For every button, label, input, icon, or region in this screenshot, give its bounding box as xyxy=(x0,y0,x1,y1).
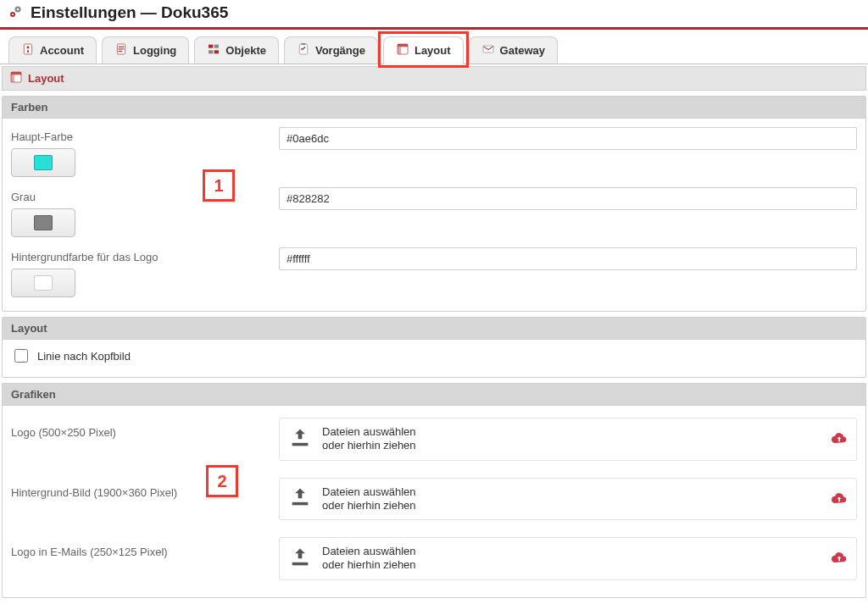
upload-icon xyxy=(288,546,312,572)
svg-rect-20 xyxy=(483,46,493,53)
svg-rect-24 xyxy=(292,443,309,446)
svg-rect-12 xyxy=(214,45,219,48)
upload-logo[interactable]: Dateien auswählen oder hierhin ziehen xyxy=(279,418,857,461)
row-bg: Hintergrund-Bild (1900×360 Pixel) Dateie… xyxy=(11,469,857,529)
svg-rect-25 xyxy=(292,502,309,506)
group-header: Farben xyxy=(3,97,865,119)
upload-text-1: Dateien auswählen xyxy=(322,545,416,558)
tab-label: Logging xyxy=(133,44,176,57)
tab-label: Objekte xyxy=(225,44,266,57)
gears-icon xyxy=(8,5,22,20)
swatch-logo-bg[interactable] xyxy=(11,269,75,297)
tab-logging[interactable]: Logging xyxy=(102,36,189,64)
row-logo: Logo (500×250 Pixel) Dateien auswählen o… xyxy=(11,409,857,469)
upload-bg[interactable]: Dateien auswählen oder hierhin ziehen xyxy=(279,478,857,521)
svg-rect-8 xyxy=(119,47,125,47)
label-gray: Grau xyxy=(11,191,36,203)
upload-text-1: Dateien auswählen xyxy=(322,485,416,499)
label-line-after-header: Linie nach Kopfbild xyxy=(37,350,131,363)
row-email-logo: Logo in E-Mails (250×125 Pixel) Dateien … xyxy=(11,529,857,589)
upload-email-logo[interactable]: Dateien auswählen oder hierhin ziehen xyxy=(279,537,857,580)
swatch-chip xyxy=(34,275,53,291)
svg-rect-19 xyxy=(398,47,401,54)
section-title-bar: Layout xyxy=(2,66,866,91)
row-main-color: Haupt-Farbe xyxy=(11,122,857,182)
svg-rect-10 xyxy=(119,51,123,52)
label-logo-bg: Hintergrundfarbe für das Logo xyxy=(11,251,158,263)
upload-icon xyxy=(288,426,312,452)
svg-rect-14 xyxy=(214,50,219,53)
tab-label: Gateway xyxy=(500,44,545,57)
cloud-upload-icon[interactable] xyxy=(831,490,848,507)
tab-label: Vorgänge xyxy=(315,44,365,57)
svg-point-2 xyxy=(12,14,14,15)
checkbox-line-after-header[interactable] xyxy=(14,349,28,363)
group-header: Layout xyxy=(3,318,865,340)
group-farben: Farben Haupt-Farbe Grau xyxy=(2,96,866,312)
upload-text-2: oder hierhin ziehen xyxy=(322,558,416,572)
cloud-upload-icon[interactable] xyxy=(831,550,848,567)
input-main-color[interactable] xyxy=(279,127,857,150)
tabstrip: Account Logging Objekte Vorgänge Layout … xyxy=(0,30,868,64)
logging-icon xyxy=(114,42,128,58)
svg-rect-22 xyxy=(11,72,21,75)
row-logo-bg: Hintergrundfarbe für das Logo xyxy=(11,242,857,302)
layout-icon xyxy=(396,42,409,58)
cloud-upload-icon[interactable] xyxy=(831,430,848,447)
upload-text-2: oder hierhin ziehen xyxy=(322,499,416,513)
section-title: Layout xyxy=(28,72,64,85)
input-gray[interactable] xyxy=(279,187,857,210)
row-line-after-header[interactable]: Linie nach Kopfbild xyxy=(11,343,857,368)
upload-icon xyxy=(288,485,312,512)
swatch-chip xyxy=(34,155,53,170)
row-gray: Grau xyxy=(11,182,857,242)
svg-rect-6 xyxy=(27,50,29,53)
svg-rect-18 xyxy=(398,44,408,47)
group-header: Grafiken xyxy=(3,384,865,406)
group-layout: Layout Linie nach Kopfbild xyxy=(2,317,866,378)
account-icon xyxy=(21,42,35,58)
label-logo: Logo (500×250 Pixel) xyxy=(11,426,116,439)
tab-account[interactable]: Account xyxy=(8,36,97,64)
label-bg: Hintergrund-Bild (1900×360 Pixel) xyxy=(11,486,177,499)
svg-rect-11 xyxy=(209,45,213,48)
swatch-chip xyxy=(34,215,53,230)
group-grafiken: Grafiken Logo (500×250 Pixel) Dateien au… xyxy=(2,383,866,598)
label-main-color: Haupt-Farbe xyxy=(11,130,73,143)
upload-text-1: Dateien auswählen xyxy=(322,425,416,439)
svg-rect-16 xyxy=(301,43,305,45)
label-email-logo: Logo in E-Mails (250×125 Pixel) xyxy=(11,546,168,558)
tab-objects[interactable]: Objekte xyxy=(194,36,279,64)
swatch-gray[interactable] xyxy=(11,208,75,237)
tab-label: Account xyxy=(40,44,84,57)
page-title: Einstellungen — Doku365 xyxy=(31,3,228,22)
svg-rect-13 xyxy=(209,50,213,53)
tab-layout[interactable]: Layout xyxy=(383,36,464,64)
tab-vorgaenge[interactable]: Vorgänge xyxy=(284,36,378,64)
gateway-icon xyxy=(481,42,495,58)
upload-text-2: oder hierhin ziehen xyxy=(322,439,416,452)
svg-rect-4 xyxy=(24,44,31,54)
svg-rect-26 xyxy=(292,562,309,566)
layout-icon xyxy=(9,70,23,86)
tab-label: Layout xyxy=(415,44,451,57)
tasks-icon xyxy=(297,42,310,58)
tab-gateway[interactable]: Gateway xyxy=(469,36,558,64)
svg-point-3 xyxy=(17,8,19,11)
swatch-main-color[interactable] xyxy=(11,148,75,177)
svg-point-5 xyxy=(27,47,30,49)
input-logo-bg[interactable] xyxy=(279,247,857,270)
svg-rect-9 xyxy=(119,48,125,49)
svg-rect-23 xyxy=(11,75,14,82)
objects-icon xyxy=(207,42,220,58)
